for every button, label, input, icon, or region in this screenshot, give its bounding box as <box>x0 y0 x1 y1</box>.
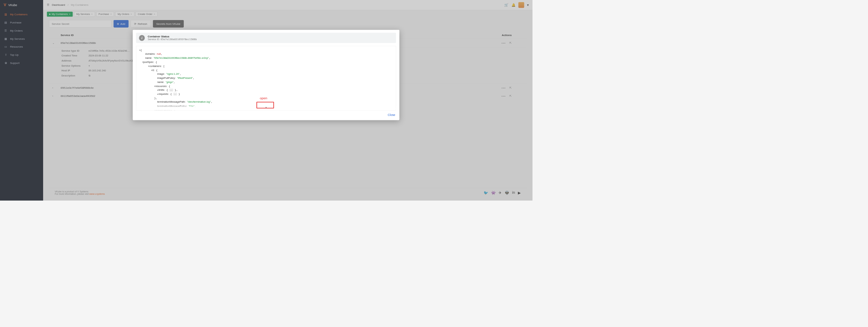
container-status-modal: i Container Status Service ID: 65e7e138a… <box>133 30 399 120</box>
json-domains: null <box>157 53 161 56</box>
service-id-label: Service ID: <box>148 38 161 41</box>
close-button[interactable]: Close <box>388 113 395 117</box>
modal-title: Container Status <box>148 35 197 38</box>
json-tmpath: "/dev/termination-log" <box>187 101 211 104</box>
highlight-label: open <box>260 96 267 100</box>
json-image: "nginx:1.24" <box>166 73 180 76</box>
highlight-box <box>256 102 274 108</box>
info-icon: i <box>139 35 145 41</box>
service-id-value: 65e7e138a031693f8ec1588b <box>161 38 197 41</box>
json-name: "65e7e138a031693f8ec1588b-868f75d56c-sr2… <box>153 56 209 59</box>
json-viewer[interactable]: ▾{ domains: null, name: "65e7e138a031693… <box>136 46 396 110</box>
status-header: i Container Status Service ID: 65e7e138a… <box>136 33 396 43</box>
json-imagepullpolicy: "IfNotPresent" <box>177 76 193 80</box>
json-container-name: "gingx" <box>166 81 174 84</box>
